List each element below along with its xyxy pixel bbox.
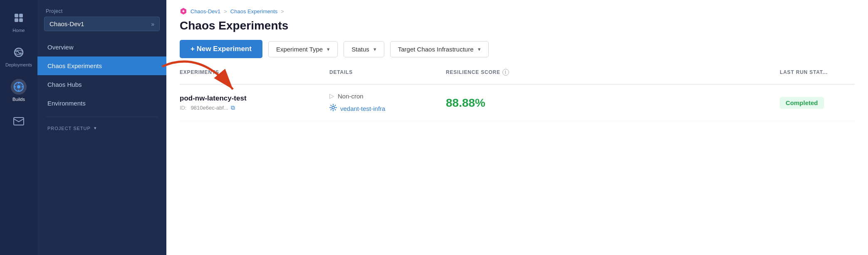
project-setup-section[interactable]: PROJECT SETUP ▾ bbox=[37, 121, 166, 133]
page-title: Chaos Experiments bbox=[180, 19, 855, 32]
infra-link[interactable]: vedant-test-infra bbox=[340, 105, 385, 112]
nav-item-mail[interactable] bbox=[0, 108, 37, 135]
resilience-info-icon[interactable]: i bbox=[502, 69, 509, 76]
project-selector[interactable]: Chaos-Dev1 » bbox=[44, 17, 160, 31]
experiment-name-cell: pod-nw-latency-test ID: 9810e6ec-abf... … bbox=[180, 94, 329, 111]
svg-rect-3 bbox=[19, 18, 23, 22]
experiments-table: EXPERIMENTS DETAILS RESILIENCE SCORE i L… bbox=[166, 65, 868, 255]
status-badge: Completed bbox=[780, 97, 824, 109]
breadcrumb-sep-2: > bbox=[281, 8, 284, 15]
svg-rect-2 bbox=[15, 18, 18, 22]
col-header-resilience: RESILIENCE SCORE i bbox=[446, 65, 780, 80]
status-dropdown[interactable]: Status ▾ bbox=[344, 41, 384, 57]
main-content: Chaos-Dev1 > Chaos Experiments > Chaos E… bbox=[166, 0, 868, 255]
project-label: Project bbox=[37, 0, 166, 17]
schedule-value: Non-cron bbox=[338, 93, 364, 100]
experiment-type-dropdown[interactable]: Experiment Type ▾ bbox=[268, 41, 338, 57]
toolbar: + New Experiment Experiment Type ▾ Statu… bbox=[180, 40, 855, 58]
table-header: EXPERIMENTS DETAILS RESILIENCE SCORE i L… bbox=[180, 65, 855, 85]
chaos-brand-icon bbox=[180, 7, 187, 15]
resilience-score-value: 88.88% bbox=[446, 96, 485, 109]
col-header-lastrun: LAST RUN STAT... bbox=[780, 65, 855, 80]
deployments-icon bbox=[11, 44, 27, 60]
page-header: Chaos Experiments + New Experiment Exper… bbox=[166, 17, 868, 65]
sidebar-item-environments[interactable]: Environments bbox=[37, 94, 166, 113]
experiment-name[interactable]: pod-nw-latency-test bbox=[180, 94, 329, 103]
nav-label-home: Home bbox=[12, 28, 25, 33]
experiment-id-row: ID: 9810e6ec-abf... ⧉ bbox=[180, 104, 329, 111]
breadcrumb: Chaos-Dev1 > Chaos Experiments > bbox=[166, 0, 868, 17]
project-selector-chevron: » bbox=[151, 21, 154, 27]
nav-item-builds[interactable]: Builds bbox=[0, 73, 37, 108]
new-experiment-button[interactable]: + New Experiment bbox=[180, 40, 262, 58]
copy-icon[interactable]: ⧉ bbox=[231, 104, 235, 111]
col-header-details: DETAILS bbox=[329, 65, 446, 80]
home-icon bbox=[11, 10, 27, 26]
infra-gear-icon bbox=[329, 104, 337, 113]
svg-point-7 bbox=[17, 85, 20, 88]
svg-point-13 bbox=[332, 106, 334, 109]
sidebar-divider bbox=[46, 117, 158, 117]
resilience-score-cell: 88.88% bbox=[446, 96, 780, 110]
mail-icon bbox=[11, 113, 27, 129]
experiment-id-value: 9810e6ec-abf... bbox=[191, 105, 228, 111]
col-header-experiments: EXPERIMENTS bbox=[180, 65, 329, 80]
details-cell: ▷ Non-cron vedant-test-infra bbox=[329, 92, 446, 113]
target-infra-chevron-icon: ▾ bbox=[478, 46, 481, 52]
experiment-type-chevron-icon: ▾ bbox=[327, 46, 330, 52]
breadcrumb-link-project[interactable]: Chaos-Dev1 bbox=[190, 8, 220, 15]
breadcrumb-link-experiments[interactable]: Chaos Experiments bbox=[230, 8, 277, 15]
icon-nav: Home Deployments Builds bbox=[0, 0, 37, 255]
id-label: ID: bbox=[180, 105, 187, 111]
status-chevron-icon: ▾ bbox=[373, 46, 376, 52]
infra-row: vedant-test-infra bbox=[329, 104, 446, 113]
sidebar-item-chaos-hubs[interactable]: Chaos Hubs bbox=[37, 75, 166, 94]
table-row: pod-nw-latency-test ID: 9810e6ec-abf... … bbox=[180, 85, 855, 121]
nav-item-home[interactable]: Home bbox=[0, 4, 37, 39]
builds-icon bbox=[11, 79, 27, 95]
play-icon: ▷ bbox=[329, 92, 334, 100]
target-infra-dropdown[interactable]: Target Chaos Infrastructure ▾ bbox=[390, 41, 489, 57]
svg-rect-0 bbox=[15, 14, 18, 17]
status-cell: Completed bbox=[780, 97, 855, 109]
sidebar-item-chaos-experiments[interactable]: Chaos Experiments bbox=[37, 56, 166, 75]
schedule-row: ▷ Non-cron bbox=[329, 92, 446, 100]
nav-item-deployments[interactable]: Deployments bbox=[0, 39, 37, 73]
nav-label-deployments: Deployments bbox=[5, 62, 32, 67]
svg-rect-1 bbox=[19, 14, 23, 17]
breadcrumb-sep-1: > bbox=[224, 8, 227, 15]
sidebar: Project Chaos-Dev1 » Overview Chaos Expe… bbox=[37, 0, 166, 255]
project-name: Chaos-Dev1 bbox=[49, 20, 84, 27]
sidebar-item-overview[interactable]: Overview bbox=[37, 38, 166, 56]
nav-label-builds: Builds bbox=[12, 97, 25, 102]
